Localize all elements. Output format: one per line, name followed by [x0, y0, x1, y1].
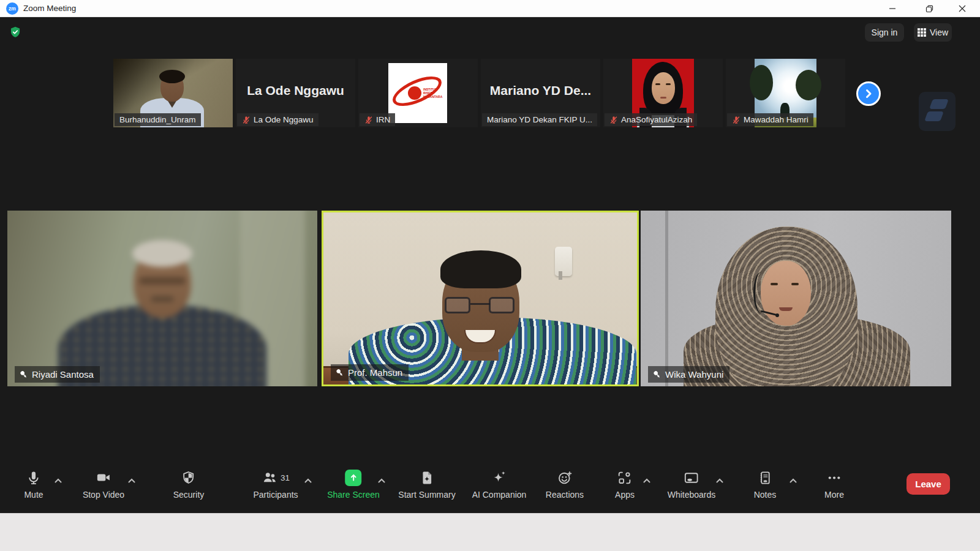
reactions-smiley-icon: [557, 470, 572, 485]
participant-name: Burhanuddin_Unram: [119, 115, 196, 124]
irn-logo: INSTITUT RISET NUSANTARA: [388, 63, 447, 123]
mute-label: Mute: [24, 490, 43, 500]
close-icon: [959, 5, 966, 12]
more-button[interactable]: More: [824, 469, 844, 500]
restore-button[interactable]: [915, 0, 943, 17]
close-button[interactable]: [948, 0, 976, 17]
sign-in-label: Sign in: [872, 28, 898, 37]
participants-icon: [262, 470, 277, 485]
apps-options-chevron[interactable]: [643, 475, 651, 486]
screen-recorder-watermark: [919, 92, 956, 131]
meeting-info-shield[interactable]: [9, 26, 21, 41]
muted-mic-icon: [609, 116, 618, 124]
meeting-toolbar: Mute Stop Video Security 31 Participants…: [0, 463, 980, 513]
apps-label: Apps: [615, 490, 635, 500]
share-screen-label: Share Screen: [327, 490, 380, 500]
shield-check-icon: [9, 26, 21, 39]
view-grid-icon: [918, 28, 926, 37]
whiteboards-button[interactable]: Whiteboards: [668, 469, 716, 500]
share-screen-button[interactable]: Share Screen: [327, 469, 380, 500]
sign-in-button[interactable]: Sign in: [865, 23, 904, 42]
filmstrip-tile-mariano[interactable]: Mariano YD De... Mariano YD Dekan FKIP U…: [481, 59, 600, 127]
participant-big-name: La Ode Nggawu: [236, 83, 355, 98]
whiteboards-options-chevron[interactable]: [716, 475, 724, 486]
wall-dispenser: [555, 247, 572, 276]
filmstrip-tile-laode[interactable]: La Ode Nggawu La Ode Nggawu: [236, 59, 355, 127]
notes-options-chevron[interactable]: [790, 475, 797, 486]
view-label: View: [930, 28, 948, 37]
participant-name-tag: AnaSofiyatulAzizah: [605, 113, 697, 126]
reactions-label: Reactions: [546, 490, 584, 500]
restore-icon: [925, 5, 933, 13]
muted-mic-icon: [242, 116, 251, 124]
participant-name-tag: Burhanuddin_Unram: [115, 113, 201, 126]
zoom-meeting-window: zm Zoom Meeting Sign in View: [0, 0, 980, 551]
ai-companion-sparkle-icon: [491, 470, 507, 485]
ai-companion-label: AI Companion: [472, 490, 527, 500]
participants-button[interactable]: 31 Participants: [253, 469, 298, 500]
headset-band: [753, 272, 769, 313]
muted-mic-icon: [364, 116, 373, 124]
participant-name: La Ode Nggawu: [254, 115, 314, 124]
filmstrip-tile-burhanuddin[interactable]: Burhanuddin_Unram: [113, 59, 233, 127]
apps-icon: [617, 470, 632, 485]
participant-name: Riyadi Santosa: [32, 369, 94, 380]
video-options-chevron[interactable]: [128, 475, 136, 486]
stop-video-label: Stop Video: [83, 490, 124, 500]
mute-button[interactable]: Mute: [24, 469, 43, 500]
apps-button[interactable]: Apps: [615, 469, 635, 500]
more-ellipsis-icon: [826, 470, 842, 485]
participant-name: IRN: [376, 115, 390, 124]
security-label: Security: [173, 490, 205, 500]
participant-name-tag: Wika Wahyuni: [648, 366, 729, 383]
windows-taskbar: Search M: [0, 513, 980, 551]
participant-name: Prof. Mahsun: [348, 367, 402, 378]
whiteboards-label: Whiteboards: [668, 490, 716, 500]
video-feed: [641, 211, 951, 386]
minimize-icon: [889, 5, 896, 12]
window-title: Zoom Meeting: [23, 0, 76, 17]
share-options-chevron[interactable]: [378, 475, 386, 486]
participant-name: AnaSofiyatulAzizah: [621, 115, 692, 124]
pin-icon: [650, 368, 663, 381]
filmstrip-tile-ana[interactable]: AnaSofiyatulAzizah: [603, 59, 723, 127]
leave-label: Leave: [915, 479, 941, 489]
participants-label: Participants: [253, 490, 298, 500]
notes-icon: [758, 470, 772, 485]
participant-big-name: Mariano YD De...: [481, 83, 600, 98]
titlebar: zm Zoom Meeting: [0, 0, 980, 17]
participants-options-chevron[interactable]: [304, 475, 312, 486]
filmstrip-tile-mawaddah[interactable]: Mawaddah Hamri: [726, 59, 845, 127]
muted-mic-icon: [732, 116, 741, 124]
filmstrip-tile-irn[interactable]: INSTITUT RISET NUSANTARA IRN: [358, 59, 478, 127]
more-label: More: [824, 490, 844, 500]
participant-name-tag: La Ode Nggawu: [237, 113, 318, 126]
video-tile-mahsun-active-speaker[interactable]: Prof. Mahsun: [322, 211, 639, 386]
microphone-icon: [26, 470, 42, 485]
participant-name: Mariano YD Dekan FKIP U...: [487, 115, 592, 124]
view-button[interactable]: View: [914, 23, 952, 42]
chevron-right-icon: [863, 88, 874, 99]
stop-video-button[interactable]: Stop Video: [83, 469, 124, 500]
minimize-button[interactable]: [878, 0, 907, 17]
video-tile-wika[interactable]: Wika Wahyuni: [641, 211, 951, 386]
next-participants-button[interactable]: [856, 81, 881, 106]
leave-button[interactable]: Leave: [907, 473, 950, 495]
ai-companion-button[interactable]: AI Companion: [472, 469, 527, 500]
participant-name-tag: IRN: [360, 113, 395, 126]
mute-options-chevron[interactable]: [55, 475, 62, 486]
whiteboard-icon: [684, 470, 699, 485]
participant-name: Wika Wahyuni: [665, 369, 723, 380]
video-feed: [323, 212, 637, 384]
start-summary-label: Start Summary: [398, 490, 455, 500]
notes-button[interactable]: Notes: [754, 469, 777, 500]
reactions-button[interactable]: Reactions: [546, 469, 584, 500]
zoom-app-icon: zm: [6, 2, 18, 15]
video-tile-riyadi[interactable]: Riyadi Santosa: [7, 211, 317, 386]
participant-name-tag: Prof. Mahsun: [331, 364, 409, 381]
security-button[interactable]: Security: [173, 469, 205, 500]
video-camera-icon: [96, 470, 111, 485]
participant-name-tag: Riyadi Santosa: [15, 366, 100, 383]
start-summary-button[interactable]: Start Summary: [398, 469, 455, 500]
security-shield-icon: [181, 470, 196, 485]
